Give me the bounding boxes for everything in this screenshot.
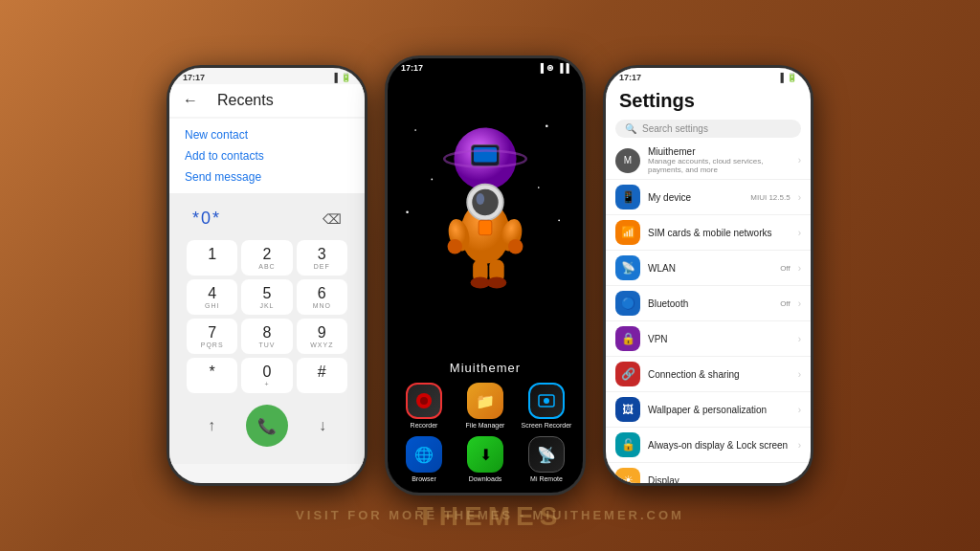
search-icon: 🔍	[625, 123, 636, 134]
app-downloads[interactable]: ⬇ Downloads	[458, 436, 512, 482]
settings-item-bluetooth[interactable]: 🔵 Bluetooth Off ›	[606, 286, 811, 321]
send-message-link[interactable]: Send message	[185, 170, 349, 184]
app-browser[interactable]: 🌐 Browser	[397, 436, 451, 482]
settings-display-text: Display	[648, 475, 791, 484]
bluetooth-badge: Off	[780, 299, 791, 308]
back-arrow-icon[interactable]: ←	[183, 92, 198, 109]
settings-header: Settings	[606, 84, 811, 116]
connection-title: Connection & sharing	[648, 369, 791, 380]
app-recorder[interactable]: Recorder	[397, 383, 451, 429]
screen-rec-label: Screen Recorder	[522, 422, 572, 429]
right-status-icons: ▐ 🔋	[778, 73, 797, 82]
up-arrow-icon[interactable]: ↑	[208, 417, 215, 434]
center-screen: 17:17 ▐ ⊛ ▐▐	[388, 58, 583, 493]
key-6[interactable]: 6MNO	[297, 279, 347, 315]
device-badge: MIUI 12.5.5	[750, 193, 790, 202]
add-to-contacts-link[interactable]: Add to contacts	[185, 149, 349, 163]
search-placeholder: Search settings	[642, 123, 708, 134]
wallpaper-title: Wallpaper & personalization	[648, 405, 791, 415]
recorder-label: Recorder	[411, 422, 438, 429]
device-title: My device	[648, 192, 743, 203]
downloads-label: Downloads	[469, 475, 502, 482]
svg-point-23	[558, 219, 560, 221]
phone-right: 17:17 ▐ 🔋 Settings 🔍 Search settings M	[603, 65, 813, 486]
svg-rect-17	[479, 220, 492, 234]
recorder-icon	[406, 383, 442, 419]
settings-item-device[interactable]: 📱 My device MIUI 12.5.5 ›	[606, 180, 811, 215]
settings-item-wlan[interactable]: 📡 WLAN Off ›	[606, 251, 811, 286]
app-mi-remote[interactable]: 📡 Mi Remote	[520, 436, 573, 482]
device-arrow-icon: ›	[798, 192, 801, 203]
svg-point-18	[414, 129, 416, 131]
username-label: Miuithemer	[388, 361, 583, 375]
files-icon: 📁	[467, 383, 503, 419]
phones-container: 17:17 ▐ 🔋 ← Recents New contact Add to c…	[167, 55, 813, 496]
settings-vpn-text: VPN	[648, 334, 791, 344]
settings-item-aod[interactable]: 🔓 Always-on display & Lock screen ›	[606, 428, 811, 463]
device-icon: 📱	[615, 185, 640, 209]
signal-icon: ▐	[332, 73, 338, 82]
settings-item-vpn[interactable]: 🔒 VPN ›	[606, 321, 811, 357]
call-button[interactable]: 📞	[246, 405, 288, 447]
settings-item-display[interactable]: ☀ Display ›	[606, 463, 811, 483]
wlan-title: WLAN	[648, 263, 772, 274]
bluetooth-title: Bluetooth	[648, 298, 772, 309]
svg-point-7	[472, 188, 498, 214]
settings-connection-text: Connection & sharing	[648, 369, 791, 380]
settings-item-profile[interactable]: M Miuithemer Manage accounts, cloud serv…	[606, 142, 811, 180]
backspace-icon[interactable]: ⌫	[323, 211, 342, 227]
key-2[interactable]: 2ABC	[241, 240, 292, 276]
key-5[interactable]: 5JKL	[241, 279, 292, 315]
settings-item-sim[interactable]: 📶 SIM cards & mobile networks ›	[606, 215, 811, 251]
app-grid: Recorder 📁 File Manager Screen Recorder …	[388, 375, 583, 490]
dialer-area: *0* ⌫ 1 2ABC 3DEF 4GHI 5JKL 6MNO 7PQRS 8…	[169, 193, 365, 464]
right-time: 17:17	[619, 73, 641, 82]
right-signal-icon: ▐	[778, 73, 784, 82]
downloads-icon: ⬇	[467, 436, 503, 473]
svg-point-25	[420, 397, 428, 405]
key-4[interactable]: 4GHI	[187, 279, 237, 315]
center-wifi-icon: ⊛	[546, 63, 554, 73]
down-arrow-icon[interactable]: ↓	[319, 417, 326, 434]
left-time: 17:17	[183, 73, 205, 82]
app-screen-recorder[interactable]: Screen Recorder	[520, 383, 573, 429]
vpn-title: VPN	[648, 334, 791, 344]
wlan-badge: Off	[780, 264, 791, 273]
new-contact-link[interactable]: New contact	[185, 128, 349, 142]
settings-list: M Miuithemer Manage accounts, cloud serv…	[606, 142, 811, 483]
center-status-icons: ▐ ⊛ ▐▐	[538, 63, 569, 73]
settings-search-bar[interactable]: 🔍 Search settings	[615, 120, 801, 138]
svg-point-11	[448, 239, 462, 253]
profile-avatar: M	[615, 148, 640, 173]
settings-device-text: My device	[648, 192, 743, 203]
wallpaper-icon: 🖼	[615, 397, 640, 422]
screen-rec-icon	[528, 383, 565, 419]
key-hash[interactable]: #	[297, 358, 347, 393]
svg-point-20	[431, 178, 433, 180]
right-status-bar: 17:17 ▐ 🔋	[606, 68, 811, 84]
key-9[interactable]: 9WXYZ	[297, 319, 347, 354]
dialer-display: *0* ⌫	[179, 203, 355, 234]
display-icon: ☀	[615, 468, 640, 483]
dialer-bottom: ↑ 📞 ↓	[179, 397, 355, 454]
key-3[interactable]: 3DEF	[297, 240, 347, 276]
key-8[interactable]: 8TUV	[241, 319, 292, 354]
connection-icon: 🔗	[615, 362, 640, 386]
settings-aod-text: Always-on display & Lock screen	[648, 440, 791, 451]
center-signal-icon: ▐	[538, 63, 544, 73]
center-time: 17:17	[401, 63, 423, 73]
aod-arrow-icon: ›	[798, 440, 801, 451]
center-battery-icon: ▐▐	[557, 63, 569, 73]
wlan-arrow-icon: ›	[798, 263, 801, 274]
app-file-manager[interactable]: 📁 File Manager	[458, 383, 512, 429]
settings-item-wallpaper[interactable]: 🖼 Wallpaper & personalization ›	[606, 392, 811, 428]
key-7[interactable]: 7PQRS	[187, 319, 237, 354]
key-star[interactable]: *	[187, 358, 237, 393]
settings-title: Settings	[619, 90, 695, 111]
right-battery-icon: 🔋	[787, 73, 797, 82]
wallpaper-arrow-icon: ›	[798, 405, 801, 415]
key-0[interactable]: 0+	[241, 358, 292, 393]
settings-item-connection[interactable]: 🔗 Connection & sharing ›	[606, 357, 811, 392]
key-1[interactable]: 1	[187, 240, 237, 276]
settings-bluetooth-text: Bluetooth	[648, 298, 772, 309]
